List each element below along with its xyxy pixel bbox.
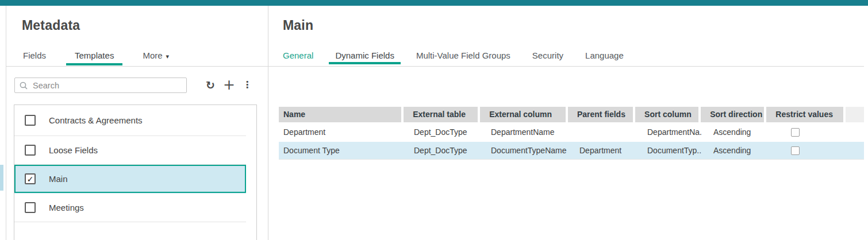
- checkbox-main[interactable]: ✓: [25, 173, 36, 184]
- tab-fields[interactable]: Fields: [14, 51, 55, 65]
- refresh-icon[interactable]: ↻: [205, 77, 216, 93]
- list-item-label: Main: [49, 174, 68, 184]
- cell-external-table: Dept_DocType: [402, 127, 479, 137]
- tab-dynamic-fields[interactable]: Dynamic Fields: [329, 51, 401, 64]
- list-item-main[interactable]: ✓ Main: [14, 165, 246, 193]
- list-item-contracts-agreements[interactable]: Contracts & Agreements: [14, 105, 246, 136]
- cell-external-table: Dept_DocType: [402, 146, 479, 155]
- detail-tabs: General Dynamic Fields Multi-Value Field…: [276, 51, 630, 64]
- left-nav-rail: [0, 6, 6, 240]
- list-item-label: Meetings: [49, 203, 84, 212]
- tab-more[interactable]: More▾: [134, 51, 178, 65]
- list-item-meetings[interactable]: Meetings: [14, 193, 246, 222]
- checkbox-contracts-agreements[interactable]: [25, 115, 36, 126]
- search-icon: [20, 82, 28, 90]
- tab-general[interactable]: General: [276, 51, 320, 64]
- list-item-loose-fields[interactable]: Loose Fields: [14, 136, 246, 165]
- column-header-sort-column[interactable]: Sort column: [635, 107, 698, 122]
- tab-language[interactable]: Language: [579, 51, 630, 64]
- cell-external-column: DepartmentName: [479, 127, 568, 137]
- cell-sort-column: DepartmentNa...: [636, 127, 702, 137]
- list-item-label: Loose Fields: [49, 145, 98, 155]
- restrict-values-checkbox[interactable]: [791, 128, 800, 137]
- list-item-label: Contracts & Agreements: [49, 115, 143, 125]
- metadata-tabs: Fields Templates More▾: [14, 51, 178, 65]
- cell-name: Document Type: [279, 146, 402, 155]
- restrict-values-checkbox[interactable]: [791, 146, 800, 155]
- table-row-department[interactable]: Department Dept_DocType DepartmentName D…: [279, 122, 864, 142]
- top-accent-bar: [0, 0, 868, 6]
- cell-sort-column: DocumentTyp...: [636, 146, 702, 155]
- column-header-name[interactable]: Name: [279, 107, 401, 122]
- template-search[interactable]: [14, 78, 187, 93]
- cell-external-column: DocumentTypeName: [479, 146, 568, 155]
- template-list-toolbar: ↻ + ⋮: [205, 77, 253, 93]
- column-header-filler: [846, 107, 864, 122]
- tabs-divider-line: [6, 66, 864, 67]
- search-input[interactable]: [32, 80, 170, 91]
- column-header-external-table[interactable]: External table: [404, 107, 478, 122]
- chevron-down-icon: ▾: [166, 53, 170, 60]
- column-header-external-column[interactable]: External column: [480, 107, 566, 122]
- column-header-parent-fields[interactable]: Parent fields: [568, 107, 633, 122]
- dynamic-fields-table: Name External table External column Pare…: [279, 107, 864, 160]
- cell-parent-fields: Department: [568, 146, 636, 155]
- detail-panel-title: Main: [283, 18, 313, 33]
- cell-restrict-values: [768, 128, 848, 137]
- checkbox-meetings[interactable]: [25, 202, 36, 213]
- table-header: Name External table External column Pare…: [279, 107, 864, 122]
- tab-multi-value-field-groups[interactable]: Multi-Value Field Groups: [410, 51, 517, 64]
- template-list: Contracts & Agreements Loose Fields ✓ Ma…: [14, 104, 257, 240]
- checkmark-icon: ✓: [27, 175, 34, 183]
- tab-security[interactable]: Security: [526, 51, 570, 64]
- tab-more-label: More: [143, 51, 162, 60]
- panel-separator: [268, 6, 268, 240]
- add-icon[interactable]: +: [223, 78, 235, 92]
- table-row-document-type[interactable]: Document Type Dept_DocType DocumentTypeN…: [279, 142, 864, 160]
- cell-name: Department: [279, 127, 402, 137]
- column-header-sort-direction[interactable]: Sort direction: [701, 107, 764, 122]
- column-header-restrict-values[interactable]: Restrict values: [766, 107, 843, 122]
- rail-selection-indicator: [0, 165, 3, 191]
- checkbox-loose-fields[interactable]: [25, 145, 36, 156]
- cell-sort-direction: Ascending: [702, 127, 768, 137]
- metadata-panel-title: Metadata: [22, 18, 80, 33]
- cell-restrict-values: [768, 146, 848, 155]
- cell-sort-direction: Ascending: [702, 146, 768, 155]
- tab-templates[interactable]: Templates: [66, 51, 122, 65]
- overflow-menu-icon[interactable]: ⋮: [241, 77, 253, 93]
